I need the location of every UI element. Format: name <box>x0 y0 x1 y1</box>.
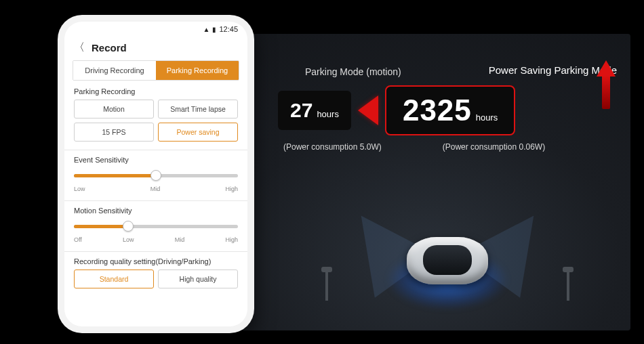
power-saving-power: (Power consumption 0.06W) <box>443 142 545 152</box>
page-title: Record <box>92 42 127 53</box>
tab-parking-recording[interactable]: Parking Recording <box>156 61 239 80</box>
recording-tabs: Driving Recording Parking Recording <box>73 60 239 81</box>
section-label-event-sensitivity: Event Sensitivity <box>74 156 238 164</box>
status-bar: ▲ ▮ 12:45 <box>64 22 247 37</box>
event-sensitivity-slider[interactable] <box>74 168 238 184</box>
motion-sensitivity-slider[interactable] <box>74 219 238 235</box>
option-15fps[interactable]: 15 FPS <box>74 123 154 142</box>
parking-recording-section: Parking Recording Motion Smart Time laps… <box>64 87 247 147</box>
arrow-up-stem <box>602 75 610 109</box>
tick-low: Low <box>74 186 85 192</box>
battery-icon: ▮ <box>212 26 216 33</box>
tick-high: High <box>225 236 238 243</box>
option-smart-timelapse[interactable]: Smart Time lapse <box>158 100 238 119</box>
option-motion[interactable]: Motion <box>74 100 154 119</box>
arrow-up-icon <box>597 60 616 77</box>
tab-driving-recording[interactable]: Driving Recording <box>73 61 156 80</box>
section-label-quality: Recording quality setting(Driving/Parkin… <box>74 257 238 265</box>
hours-unit: hours <box>476 112 498 123</box>
status-time: 12:45 <box>219 25 238 33</box>
tick-mid: Mid <box>150 186 161 192</box>
car-icon <box>407 237 488 284</box>
power-saving-hours-box: 2325 hours <box>385 85 515 135</box>
back-icon[interactable]: 〈 <box>74 41 85 55</box>
page-header: 〈 Record <box>64 37 247 60</box>
motion-sensitivity-section: Motion Sensitivity Off Low Mid High <box>64 207 247 249</box>
parking-post-icon <box>325 271 328 301</box>
option-power-saving[interactable]: Power saving <box>158 123 238 142</box>
event-sensitivity-section: Event Sensitivity Low Mid High <box>64 156 247 198</box>
arrow-left-icon <box>358 95 378 125</box>
parking-mode-label: Parking Mode (motion) <box>305 66 401 77</box>
parking-post-icon <box>567 271 569 301</box>
option-standard-quality[interactable]: Standard <box>74 270 154 288</box>
parking-mode-hours: 27 <box>290 99 313 122</box>
hours-unit: hours <box>317 109 339 119</box>
option-high-quality[interactable]: High quality <box>158 270 238 288</box>
car-illustration <box>366 196 529 325</box>
tick-off: Off <box>74 236 82 243</box>
parking-mode-power: (Power consumption 5.0W) <box>283 142 382 152</box>
section-label-parking-recording: Parking Recording <box>74 87 238 95</box>
signal-icon: ▲ <box>203 26 210 33</box>
tick-mid: Mid <box>175 236 185 243</box>
phone-screen: ▲ ▮ 12:45 〈 Record Driving Recording Par… <box>64 22 247 326</box>
parking-mode-hours-box: 27 hours <box>278 91 351 130</box>
motion-sensitivity-ticks: Off Low Mid High <box>74 236 238 243</box>
event-sensitivity-ticks: Low Mid High <box>74 186 238 192</box>
power-saving-hours: 2325 <box>403 93 472 127</box>
quality-section: Recording quality setting(Driving/Parkin… <box>64 257 247 294</box>
tick-low: Low <box>123 236 134 243</box>
section-label-motion-sensitivity: Motion Sensitivity <box>74 207 238 215</box>
power-info-panel: Parking Mode (motion) Power Saving Parki… <box>278 64 624 152</box>
phone-frame: ▲ ▮ 12:45 〈 Record Driving Recording Par… <box>58 15 254 333</box>
tick-high: High <box>225 186 238 192</box>
